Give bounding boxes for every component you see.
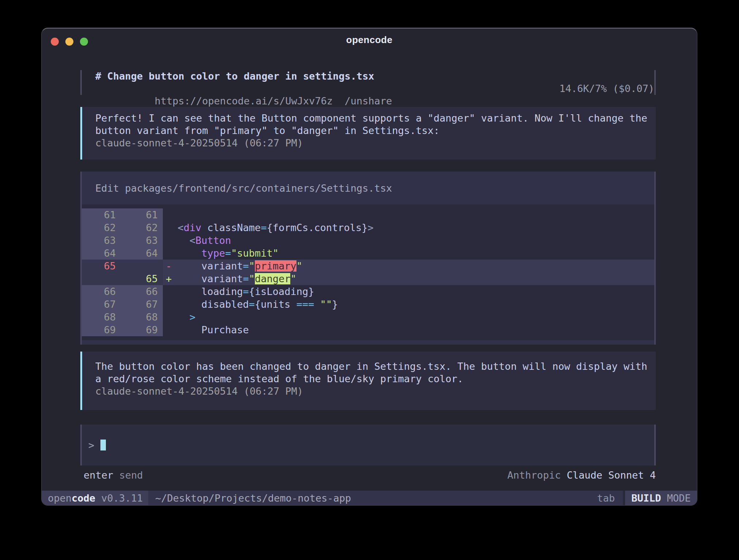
line-number-new: 62 (121, 221, 163, 234)
diff-row: 6666 loading={isLoading} (82, 285, 654, 298)
line-number-new: 61 (121, 208, 163, 221)
line-number-new: 66 (121, 285, 163, 298)
code-line: Purchase (163, 323, 654, 336)
line-number-new: 65 (121, 272, 163, 285)
text-cursor (100, 440, 106, 450)
assistant-message: Perfect! I can see that the Button compo… (80, 107, 656, 160)
prompt-symbol: > (88, 440, 94, 451)
mode-indicator[interactable]: BUILD MODE (625, 491, 697, 505)
line-number-old: 66 (82, 285, 121, 298)
message-text: The button color has been changed to dan… (95, 360, 656, 385)
mode-label: MODE (661, 492, 691, 504)
line-number-old: 63 (82, 234, 121, 247)
status-bar: opencode v0.3.11 ~/Desktop/Projects/demo… (42, 491, 697, 505)
zoom-button[interactable] (80, 38, 88, 46)
statusbar-spacer (351, 491, 597, 505)
app-brand: opencode v0.3.11 (42, 491, 148, 505)
code-line: <div className={formCs.controls}> (163, 221, 654, 234)
model-indicator: Claude Sonnet 4 (567, 469, 656, 481)
code-line: loading={isLoading} (163, 285, 654, 298)
prompt-input[interactable]: > (80, 425, 656, 465)
line-number-new: 67 (121, 298, 163, 311)
line-number-new: 69 (121, 323, 163, 336)
close-button[interactable] (51, 38, 59, 46)
window-title: opencode (42, 28, 697, 51)
spacer (333, 95, 345, 107)
line-number-new: 63 (121, 234, 163, 247)
minimize-button[interactable] (65, 38, 73, 46)
diff-row: 6262 <div className={formCs.controls}> (82, 221, 654, 234)
diff-row: 6464 type="submit" (82, 247, 654, 260)
line-number-old: 68 (82, 311, 121, 323)
composer-hints: enter send Anthropic Claude Sonnet 4 (80, 469, 656, 482)
cwd-path: ~/Desktop/Projects/demo-notes-app (155, 491, 351, 505)
code-line: - variant="primary" (163, 260, 654, 272)
brand-prefix: open (48, 492, 72, 504)
model-provider: Anthropic (508, 469, 567, 481)
line-number-old (82, 272, 121, 285)
line-number-old: 61 (82, 208, 121, 221)
opencode-window: opencode # Change button color to danger… (41, 28, 697, 506)
send-hint-label: send (119, 469, 143, 481)
line-number-new: 68 (121, 311, 163, 323)
model-meta: claude-sonnet-4-20250514 (06:27 PM) (95, 385, 656, 398)
diff-viewer: 61616262 <div className={formCs.controls… (82, 204, 654, 340)
line-number-old: 64 (82, 247, 121, 260)
brand-suffix: code (72, 492, 95, 504)
tab-key-hint: tab (597, 491, 623, 505)
code-line: <Button (163, 234, 654, 247)
session-header: # Change button color to danger in setti… (80, 70, 656, 95)
message-line: a red/rose color scheme instead of the b… (95, 373, 656, 385)
message-line: button variant from "primary" to "danger… (95, 124, 656, 137)
code-line: type="submit" (163, 247, 654, 260)
line-number-old: 65 (82, 260, 121, 272)
traffic-lights (51, 38, 88, 46)
diff-row: 65- variant="primary" (82, 260, 654, 272)
line-number-new: 64 (121, 247, 163, 260)
message-text: Perfect! I can see that the Button compo… (95, 112, 656, 137)
line-number-new (121, 260, 163, 272)
message-line: The button color has been changed to dan… (95, 360, 656, 373)
share-url[interactable]: https://opencode.ai/s/UwJxv76z (155, 95, 333, 107)
context-stats: 14.6K/7% ($0.07) (559, 83, 654, 95)
code-line: disabled={units === ""} (163, 298, 654, 311)
hint-space (113, 469, 119, 481)
message-line: Perfect! I can see that the Button compo… (95, 112, 656, 124)
model-meta: claude-sonnet-4-20250514 (06:27 PM) (95, 137, 656, 149)
unshare-command[interactable]: /unshare (345, 95, 392, 107)
session-content: # Change button color to danger in setti… (42, 51, 697, 491)
session-title: # Change button color to danger in setti… (95, 70, 654, 83)
code-line: > (163, 311, 654, 323)
tool-call-title: Edit packages/frontend/src/containers/Se… (82, 182, 654, 195)
diff-row: 6868 > (82, 311, 654, 323)
line-number-old: 62 (82, 221, 121, 234)
diff-row: 6363 <Button (82, 234, 654, 247)
mode-emphasis: BUILD (631, 492, 661, 504)
tool-call-block: Edit packages/frontend/src/containers/Se… (80, 172, 656, 345)
code-line (163, 208, 654, 221)
window-titlebar: opencode (42, 28, 697, 51)
diff-row: 65+ variant="danger" (82, 272, 654, 285)
diff-row: 6161 (82, 208, 654, 221)
line-number-old: 67 (82, 298, 121, 311)
app-version: v0.3.11 (95, 492, 143, 504)
enter-key-hint: enter (84, 469, 113, 481)
diff-row: 6767 disabled={units === ""} (82, 298, 654, 311)
assistant-message: The button color has been changed to dan… (80, 352, 656, 410)
code-line: + variant="danger" (163, 272, 654, 285)
diff-row: 6969 Purchase (82, 323, 654, 336)
line-number-old: 69 (82, 323, 121, 336)
